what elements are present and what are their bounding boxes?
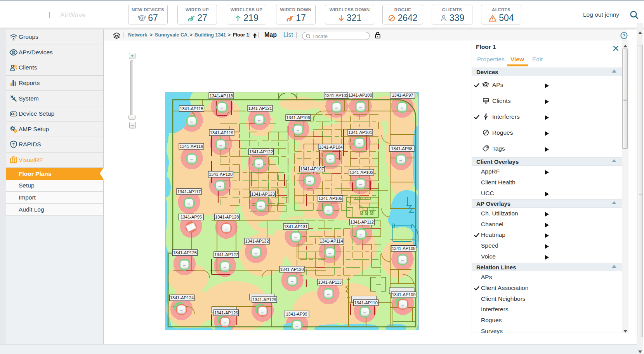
svg-text:1341-AP105: 1341-AP105 [318,196,342,201]
svg-text:1341-AP120: 1341-AP120 [209,172,233,177]
svg-text:1341-AP130: 1341-AP130 [280,267,304,272]
svg-text:1341-AP117: 1341-AP117 [177,189,201,194]
svg-text:1341-AP128: 1341-AP128 [215,215,239,219]
svg-text:1341-AP115: 1341-AP115 [180,106,203,111]
svg-text:1341-AP95: 1341-AP95 [181,215,202,219]
svg-text:1341-AP112: 1341-AP112 [351,220,374,224]
svg-text:1341-AP102: 1341-AP102 [349,170,373,175]
svg-text:1341-AP127: 1341-AP127 [214,252,238,257]
svg-text:1341-AP99: 1341-AP99 [286,312,307,316]
svg-text:1341-AP131: 1341-AP131 [284,224,307,229]
svg-text:1341-AP121: 1341-AP121 [248,106,272,111]
svg-text:1341-AP124: 1341-AP124 [170,295,194,300]
svg-text:1341-AP118: 1341-AP118 [210,94,233,98]
svg-text:1341-AP100: 1341-AP100 [348,93,372,97]
svg-text:1341-AP107: 1341-AP107 [300,167,324,171]
svg-text:1341-AP113: 1341-AP113 [318,280,341,285]
svg-text:1341-AP109: 1341-AP109 [392,292,415,297]
svg-text:?: ? [623,33,625,38]
svg-text:1341-AP97: 1341-AP97 [392,93,413,97]
svg-text:1341-AP129: 1341-AP129 [252,297,276,302]
svg-text:1341-AP119: 1341-AP119 [210,130,233,135]
svg-text:1341-AP104: 1341-AP104 [319,145,342,149]
svg-text:1341-AP114: 1341-AP114 [319,239,343,243]
svg-text:1341-AP126: 1341-AP126 [214,311,238,315]
svg-text:1341-AP122: 1341-AP122 [249,149,273,154]
svg-text:1341-AP101: 1341-AP101 [348,130,372,135]
svg-text:1341-AP125: 1341-AP125 [173,250,197,255]
svg-text:1341-AP106: 1341-AP106 [286,115,310,120]
svg-text:1341-AP98: 1341-AP98 [391,146,412,151]
svg-text:1341-AP123: 1341-AP123 [251,192,275,196]
svg-text:1341-AP108: 1341-AP108 [392,246,415,251]
svg-text:1341-AP132: 1341-AP132 [245,239,269,243]
svg-text:1341-AP103: 1341-AP103 [325,93,348,98]
svg-text:1341-AP110: 1341-AP110 [354,300,377,305]
svg-text:1341-AP116: 1341-AP116 [180,144,203,149]
